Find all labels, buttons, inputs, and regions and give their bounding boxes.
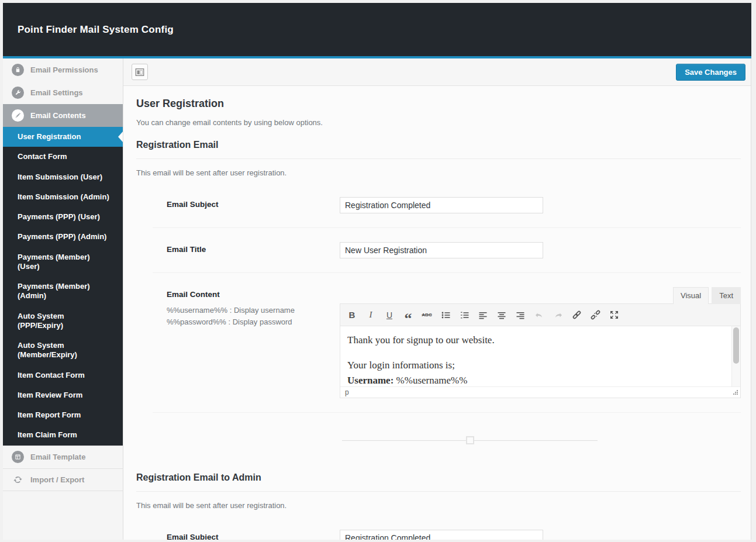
template-icon [12,451,24,463]
editor-mode-tabs: Visual Text [340,287,741,303]
placeholder-hints: %%username%% : Display username %%passwo… [167,305,340,328]
scrollbar-thumb[interactable] [733,327,739,364]
section-title-registration-email-admin: Registration Email to Admin [136,472,741,492]
plugin-config-window: Point Finder Mail System Config Email Pe… [3,3,751,540]
email-subject-row: Email Subject [153,183,741,228]
italic-button[interactable]: I [363,307,379,323]
email-title-row: Email Title [153,228,741,273]
submenu-item-payments-member-user[interactable]: Payments (Member) (User) [3,247,123,277]
resize-grip-icon[interactable] [733,389,738,395]
submenu-item-item-review-form[interactable]: Item Review Form [3,385,123,405]
submenu-item-item-submission-admin[interactable]: Item Submission (Admin) [3,187,123,207]
underline-button[interactable]: U [381,307,398,323]
sidebar-item-label: Email Template [30,453,85,461]
layout-toggle-button[interactable] [132,64,148,80]
bullet-list-button[interactable] [437,307,454,323]
sidebar-item-email-settings[interactable]: Email Settings [3,81,123,104]
submenu-item-user-registration[interactable]: User Registration [3,127,123,147]
sidebar-item-label: Email Contents [30,111,86,120]
submenu-item-payments-ppp-admin[interactable]: Payments (PPP) (Admin) [3,227,123,247]
content-area: Save Changes User Registration You can c… [123,58,751,540]
submenu-item-contact-form[interactable]: Contact Form [3,147,123,167]
wysiwyg-editor: Visual Text B I U “ ABC [340,287,741,398]
link-button[interactable] [568,307,585,323]
strikethrough-button[interactable]: ABC [419,307,435,323]
sidebar-item-email-template[interactable]: Email Template [3,446,123,468]
submenu-item-item-report-form[interactable]: Item Report Form [3,405,123,425]
divider-handle [466,436,474,444]
sidebar-item-label: Email Permissions [30,65,98,74]
blockquote-button[interactable]: “ [400,307,416,323]
email-contents-submenu: User Registration Contact Form Item Subm… [3,127,123,446]
content-topbar: Save Changes [123,58,751,86]
app-title: Point Finder Mail System Config [18,24,174,36]
page-title: User Registration [136,98,741,110]
editor-content[interactable]: Thank you for signup to our website. You… [340,326,740,386]
tab-visual[interactable]: Visual [673,287,709,304]
submenu-item-item-submission-user[interactable]: Item Submission (User) [3,167,123,187]
editor-toolbar: B I U “ ABC [340,304,740,326]
align-right-button[interactable] [512,307,529,323]
sidebar: Email Permissions Email Settings Email C… [3,58,123,540]
submenu-item-payments-ppp-user[interactable]: Payments (PPP) (User) [3,207,123,227]
numbered-list-button[interactable] [456,307,472,323]
email-content-label: Email Content [167,290,340,299]
section-description: This email will be sent after user regis… [136,168,741,177]
bold-button[interactable]: B [344,307,360,323]
sidebar-item-label: Import / Export [30,475,84,484]
submenu-item-auto-system-ppp[interactable]: Auto System (PPP/Expiry) [3,306,123,336]
unlink-button[interactable] [587,307,603,323]
email-content-row: Email Content %%username%% : Display use… [153,273,741,413]
save-button[interactable]: Save Changes [676,64,745,81]
editor-box: B I U “ ABC [340,303,741,398]
submenu-item-auto-system-member[interactable]: Auto System (Member/Expiry) [3,336,123,365]
admin-email-subject-row: Email Subject [153,516,741,540]
sidebar-item-email-permissions[interactable]: Email Permissions [3,58,123,81]
submenu-item-payments-member-admin[interactable]: Payments (Member) (Admin) [3,277,123,306]
email-title-label: Email Title [167,245,340,254]
page-description: You can change email contents by using b… [136,118,741,127]
editor-scrollbar[interactable] [731,326,740,386]
sidebar-item-import-export[interactable]: Import / Export [3,468,123,491]
tab-text[interactable]: Text [712,287,741,304]
section-title-registration-email: Registration Email [136,140,741,159]
sync-icon [12,475,24,485]
wrench-icon [12,87,24,99]
app-header: Point Finder Mail System Config [3,3,751,58]
section-description: This email will be sent after user regis… [136,501,741,510]
redo-button[interactable] [550,307,566,323]
email-title-input[interactable] [340,242,543,258]
email-subject-input[interactable] [340,197,543,213]
section-divider [342,436,598,444]
align-left-button[interactable] [475,307,491,323]
align-center-button[interactable] [493,307,510,323]
sidebar-item-label: Email Settings [30,88,83,97]
admin-email-subject-input[interactable] [340,530,543,540]
lock-icon [12,64,24,76]
submenu-item-item-contact-form[interactable]: Item Contact Form [3,365,123,385]
pencil-icon [12,109,24,122]
admin-email-subject-label: Email Subject [167,533,340,540]
fullscreen-button[interactable] [606,307,622,323]
undo-button[interactable] [531,307,547,323]
layout-icon [135,68,144,77]
submenu-item-item-claim-form[interactable]: Item Claim Form [3,425,123,445]
editor-statusbar: p [340,386,740,398]
sidebar-item-email-contents[interactable]: Email Contents [3,104,123,127]
element-path[interactable]: p [345,388,349,396]
email-subject-label: Email Subject [167,200,340,209]
settings-page: User Registration You can change email c… [123,86,751,540]
current-item-arrow [118,132,123,142]
